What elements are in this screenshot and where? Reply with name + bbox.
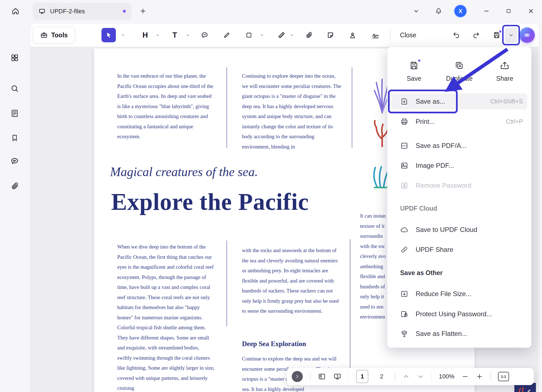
save-icon <box>409 61 419 70</box>
home-icon <box>11 7 20 15</box>
select-tool-button[interactable] <box>101 28 116 42</box>
sidebar-item-bookmarks[interactable] <box>7 130 22 146</box>
menu-item-save-as-flatten[interactable]: Save as Flatten... <box>391 326 527 342</box>
text-tool-chevron[interactable] <box>185 32 191 38</box>
flatten-layers-icon <box>400 330 408 338</box>
maximize-button[interactable] <box>502 5 515 17</box>
close-edit-button[interactable]: Close <box>395 28 421 42</box>
menu-item-save-as-pdfa[interactable]: PDF/A Save as PDF/A... <box>391 138 527 154</box>
plus-icon <box>139 7 147 15</box>
measure-tool-chevron[interactable] <box>289 32 295 38</box>
select-tool-chevron[interactable] <box>120 32 126 38</box>
sidebar-item-comments[interactable] <box>7 153 22 169</box>
shape-tool-chevron[interactable] <box>259 32 265 38</box>
sticker-tool-button[interactable] <box>323 28 338 42</box>
presentation-mode-button[interactable] <box>333 372 342 381</box>
save-unsaved-dot <box>418 59 420 62</box>
pdfa-file-icon: PDF/A <box>400 142 408 150</box>
zoom-in-button[interactable] <box>476 373 483 380</box>
add-text-tool-button[interactable]: T <box>168 28 182 42</box>
section-heading: Deep Sea Exploration <box>242 340 306 348</box>
titlebar: UPDF-2-files X <box>0 0 542 22</box>
close-icon <box>528 8 534 14</box>
save-button[interactable] <box>490 28 503 42</box>
chevron-down-icon <box>417 373 424 380</box>
pen-annotate-tool-button[interactable] <box>220 28 234 42</box>
account-avatar[interactable]: X <box>454 5 467 17</box>
protect-lock-icon <box>400 310 408 318</box>
zoom-out-button[interactable] <box>462 373 469 380</box>
page-thumbnails-button[interactable] <box>318 372 326 381</box>
menu-section-header-cloud: UPDF Cloud <box>400 205 437 212</box>
document-tab[interactable]: UPDF-2-files <box>33 3 131 20</box>
sidebar-item-panels[interactable] <box>7 50 22 66</box>
menu-item-reduce-file-size[interactable]: Reduce File Size... <box>391 286 527 302</box>
close-window-button[interactable] <box>525 5 537 17</box>
measure-tool-button[interactable] <box>274 28 289 42</box>
page-2-button[interactable]: 2 <box>376 370 388 383</box>
home-button[interactable] <box>8 4 23 18</box>
svg-text:PDF/A: PDF/A <box>402 145 407 147</box>
signature-tool-button[interactable] <box>368 28 383 42</box>
document-title: Explore the Pacific <box>111 188 309 216</box>
attach-file-tool-button[interactable] <box>302 28 316 42</box>
ai-assistant-button[interactable] <box>519 27 535 43</box>
chevron-down-icon <box>508 32 514 38</box>
menu-item-image-pdf[interactable]: Image PDF... <box>391 158 527 174</box>
sidebar-item-thumbnails[interactable] <box>7 106 22 121</box>
printer-icon <box>400 117 408 126</box>
plus-icon <box>476 373 483 380</box>
new-tab-button[interactable] <box>137 5 149 17</box>
chevron-right-icon <box>295 374 300 379</box>
collapse-bar-button[interactable] <box>292 371 303 382</box>
menu-item-print[interactable]: Print... Ctrl+P <box>391 114 527 130</box>
menu-share-button[interactable]: Share <box>484 61 525 82</box>
comment-icon <box>10 157 19 166</box>
bottombar-divider <box>310 372 311 381</box>
minus-icon <box>462 373 469 380</box>
monitor-icon <box>38 8 46 15</box>
toolbar-divider <box>390 30 390 41</box>
menu-item-protect-using-password[interactable]: Protect Using Password... <box>391 306 527 322</box>
undo-button[interactable] <box>450 28 463 42</box>
column-divider <box>352 67 352 148</box>
menu-share-label: Share <box>496 75 513 82</box>
menu-item-label: Save as... <box>416 98 445 105</box>
menu-save-button[interactable]: Save <box>393 61 435 82</box>
bell-icon <box>435 7 442 15</box>
chevron-up-icon <box>403 373 410 380</box>
menu-item-updf-share[interactable]: UPDF Share <box>391 242 527 258</box>
menu-item-remove-password[interactable]: Remove Password <box>391 177 527 194</box>
save-options-chevron-button[interactable] <box>505 28 517 43</box>
pen-icon <box>223 31 231 39</box>
menu-item-label: Print... <box>416 118 435 126</box>
actual-size-button[interactable]: 1:1 <box>498 372 509 381</box>
menu-item-label: Protect Using Password... <box>416 310 492 318</box>
menu-duplicate-button[interactable]: Duplicate <box>439 61 480 82</box>
shape-tool-button[interactable] <box>242 28 256 42</box>
redo-button[interactable] <box>470 28 483 42</box>
minimize-button[interactable] <box>480 5 493 17</box>
duplicate-icon <box>454 61 464 70</box>
stamp-tool-button[interactable] <box>345 28 360 42</box>
edit-tool-chevron[interactable] <box>155 32 160 38</box>
previous-page-button[interactable] <box>403 373 410 380</box>
edit-text-tool-button[interactable]: H <box>138 28 152 42</box>
comment-tool-button[interactable] <box>197 28 212 42</box>
menu-item-shortcut: Ctrl+Shift+S <box>490 98 523 105</box>
sidebar-item-attachments[interactable] <box>7 178 22 194</box>
tab-title: UPDF-2-files <box>50 8 85 15</box>
menu-item-save-to-updf-cloud[interactable]: Save to UPDF Cloud <box>391 222 527 238</box>
page-1-button[interactable]: 1 <box>356 370 368 383</box>
next-page-button[interactable] <box>417 373 424 380</box>
sidebar-item-search[interactable] <box>7 81 22 96</box>
tab-list-button[interactable] <box>410 5 422 17</box>
ruler-icon <box>278 31 285 39</box>
menu-item-save-as[interactable]: Save as... Ctrl+Shift+S <box>391 93 527 109</box>
sidebar-item-pen-mode[interactable] <box>7 390 24 392</box>
notifications-button[interactable] <box>432 5 445 17</box>
tools-button[interactable]: Tools <box>33 27 75 43</box>
redo-icon <box>472 31 480 39</box>
maximize-icon <box>505 8 512 14</box>
grid-icon <box>10 53 19 62</box>
